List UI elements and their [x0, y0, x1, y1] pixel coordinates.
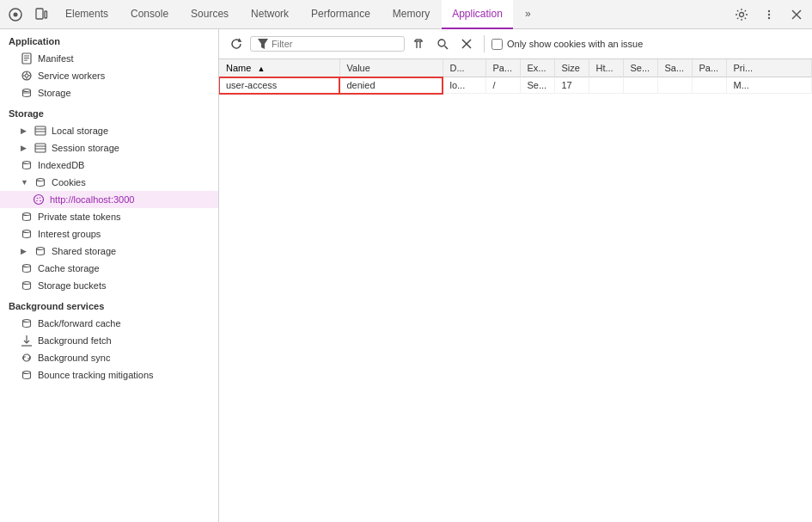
svg-rect-2 [36, 9, 43, 19]
storage-section-title: Storage [0, 101, 218, 122]
settings-icon[interactable] [730, 3, 754, 27]
sidebar-item-cache-storage[interactable]: Cache storage [0, 260, 218, 277]
local-storage-icon [34, 125, 46, 137]
sidebar-item-storage-buckets[interactable]: Storage buckets [0, 277, 218, 294]
col-secure[interactable]: Se... [623, 59, 657, 77]
search-button[interactable] [432, 34, 453, 54]
svg-point-29 [37, 179, 45, 181]
sidebar-item-back-forward[interactable]: Back/forward cache [0, 315, 218, 332]
svg-point-5 [768, 9, 770, 11]
col-httponly[interactable]: Ht... [589, 59, 623, 77]
back-forward-icon [21, 317, 33, 329]
sidebar-item-private-state[interactable]: Private state tokens [0, 208, 218, 225]
cookie-icon [33, 193, 45, 206]
interest-groups-icon [21, 228, 33, 240]
col-priority[interactable]: Pri... [726, 59, 812, 77]
sidebar-item-storage[interactable]: Storage [0, 84, 218, 101]
svg-point-7 [768, 16, 770, 18]
cell-secure [623, 77, 657, 94]
app-section-title: Application [0, 29, 218, 50]
sidebar-item-indexeddb[interactable]: IndexedDB [0, 157, 218, 174]
sidebar-item-localhost[interactable]: http://localhost:3000 [0, 191, 218, 208]
local-storage-label: Local storage [52, 126, 108, 136]
svg-rect-22 [35, 126, 46, 135]
more-icon[interactable] [757, 3, 781, 27]
indexeddb-icon [21, 159, 33, 171]
interest-groups-label: Interest groups [38, 229, 101, 239]
sidebar-item-background-sync[interactable]: Background sync [0, 349, 218, 366]
close-button[interactable] [456, 34, 477, 54]
service-workers-label: Service workers [38, 71, 105, 81]
private-state-icon [21, 211, 33, 223]
col-value[interactable]: Value [339, 59, 443, 77]
sidebar-item-manifest[interactable]: Manifest [0, 50, 218, 67]
cell-priority: M... [726, 77, 812, 94]
reload-button[interactable] [226, 34, 247, 54]
cookies-label: Cookies [52, 177, 86, 187]
svg-point-38 [23, 265, 31, 267]
bounce-tracking-label: Bounce tracking mitigations [38, 370, 154, 380]
arrow-icon: ▶ [21, 144, 29, 152]
tab-application[interactable]: Application [442, 0, 513, 29]
sidebar-item-session-storage[interactable]: ▶ Session storage [0, 139, 218, 157]
content-area: Only show cookies with an issue Name ▲ V… [219, 29, 812, 522]
tab-console[interactable]: Console [120, 0, 179, 29]
devtools-icon[interactable] [3, 3, 27, 27]
indexeddb-label: IndexedDB [38, 160, 84, 170]
svg-point-30 [34, 195, 44, 205]
svg-point-51 [438, 40, 445, 46]
device-icon[interactable] [29, 3, 53, 27]
cell-httponly [589, 77, 623, 94]
sidebar-item-shared-storage[interactable]: ▶ Shared storage [0, 243, 218, 260]
tab-bar-right [730, 3, 809, 27]
table-row[interactable]: user-access denied lo... / Se... 17 M... [219, 77, 812, 94]
tab-sources[interactable]: Sources [180, 0, 239, 29]
tab-more[interactable]: » [515, 0, 541, 29]
col-samesite[interactable]: Sa... [657, 59, 692, 77]
tab-network[interactable]: Network [241, 0, 299, 29]
sidebar-item-service-workers[interactable]: Service workers [0, 67, 218, 84]
sidebar-item-local-storage[interactable]: ▶ Local storage [0, 122, 218, 139]
sidebar-item-background-fetch[interactable]: Background fetch [0, 332, 218, 349]
svg-marker-44 [258, 39, 268, 49]
sidebar-item-cookies[interactable]: ▼ Cookies [0, 174, 218, 191]
col-domain[interactable]: D... [443, 59, 485, 77]
tab-elements[interactable]: Elements [55, 0, 119, 29]
sidebar-item-bounce-tracking[interactable]: Bounce tracking mitigations [0, 366, 218, 384]
svg-rect-25 [35, 144, 46, 152]
col-expires[interactable]: Ex... [520, 59, 554, 77]
col-path[interactable]: Pa... [485, 59, 520, 77]
clear-all-button[interactable] [408, 34, 429, 54]
cell-expires: Se... [520, 77, 554, 94]
svg-point-43 [23, 372, 31, 374]
only-issues-checkbox[interactable] [491, 39, 503, 50]
svg-point-40 [23, 320, 31, 322]
cell-name: user-access [219, 77, 339, 94]
background-fetch-label: Background fetch [38, 335, 112, 346]
svg-point-32 [40, 197, 40, 198]
filter-box[interactable] [250, 36, 405, 52]
filter-input[interactable] [272, 39, 375, 49]
svg-line-52 [445, 46, 449, 50]
cache-storage-icon [21, 262, 33, 274]
cell-samesite [657, 77, 692, 94]
localhost-label: http://localhost:3000 [50, 194, 134, 205]
main-area: Application Manifest [0, 29, 812, 522]
bg-section-title: Background services [0, 294, 218, 315]
col-size[interactable]: Size [554, 59, 589, 77]
sort-arrow-icon: ▲ [257, 64, 265, 73]
tab-performance[interactable]: Performance [301, 0, 381, 29]
tab-memory[interactable]: Memory [382, 0, 440, 29]
svg-rect-3 [45, 11, 47, 18]
svg-point-36 [23, 230, 31, 233]
arrow-icon: ▶ [21, 247, 29, 255]
manifest-icon [21, 52, 33, 64]
close-icon[interactable] [785, 3, 809, 27]
col-name[interactable]: Name ▲ [219, 59, 339, 77]
storage-buckets-icon [21, 279, 33, 292]
only-issues-label[interactable]: Only show cookies with an issue [491, 39, 643, 50]
svg-line-49 [421, 40, 422, 41]
toolbar: Only show cookies with an issue [219, 29, 812, 59]
sidebar-item-interest-groups[interactable]: Interest groups [0, 225, 218, 243]
col-partitioned[interactable]: Pa... [692, 59, 726, 77]
